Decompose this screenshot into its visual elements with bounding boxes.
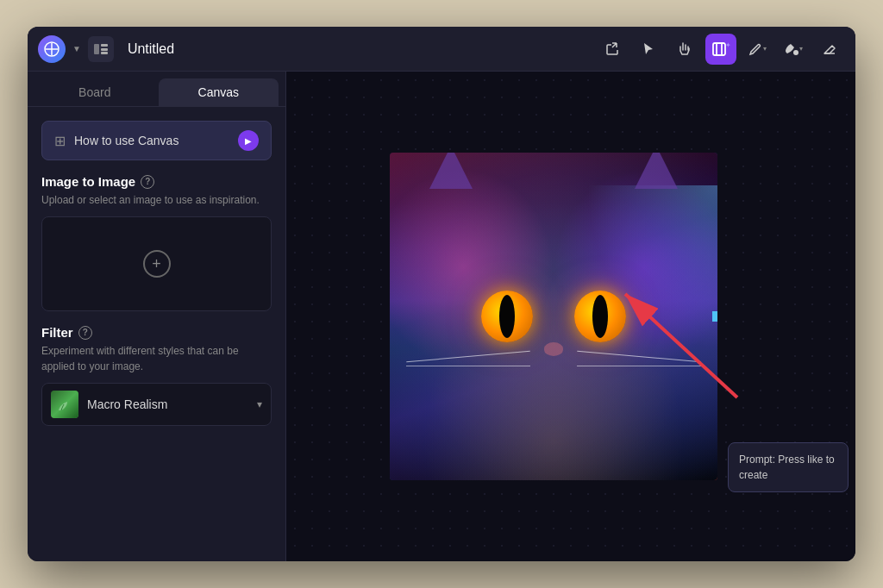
topbar-right: ✦ ▾ ▾: [597, 34, 845, 65]
filter-chevron-icon: ▾: [257, 398, 262, 410]
svg-rect-3: [94, 44, 99, 54]
topbar: ▼ Untitled: [28, 27, 855, 72]
filter-selected-label: Macro Realism: [87, 397, 248, 411]
filter-dropdown[interactable]: Macro Realism ▾: [41, 383, 272, 426]
frame-tool-button[interactable]: ✦: [705, 34, 736, 65]
how-to-canvas-button[interactable]: ⊞ How to use Canvas ▶: [41, 121, 272, 160]
filter-info[interactable]: ?: [78, 326, 92, 340]
image-to-image-desc: Upload or select an image to use as insp…: [41, 192, 272, 208]
filter-title: Filter ?: [41, 325, 272, 340]
image-to-image-section: Image to Image ? Upload or select an ima…: [41, 174, 272, 311]
app-logo[interactable]: [38, 35, 66, 63]
app-window: ▼ Untitled: [28, 27, 855, 561]
fill-tool-button[interactable]: ▾: [778, 34, 809, 65]
app-menu-chevron[interactable]: ▼: [72, 44, 81, 53]
sidebar-tabs: Board Canvas: [28, 72, 285, 107]
selection-handle: [712, 311, 717, 322]
image-to-image-title: Image to Image ?: [41, 174, 272, 189]
tab-canvas[interactable]: Canvas: [159, 78, 279, 106]
hand-tool-button[interactable]: [669, 34, 700, 65]
cat-eye-left: [481, 291, 533, 342]
panel-toggle-button[interactable]: [88, 36, 114, 62]
svg-rect-7: [713, 43, 725, 55]
upload-plus-icon: +: [143, 250, 171, 278]
prompt-tooltip: Prompt: Press like to create: [728, 442, 849, 492]
eraser-tool-button[interactable]: [814, 34, 845, 65]
book-icon: ⊞: [54, 133, 66, 149]
tab-board[interactable]: Board: [34, 78, 155, 106]
select-tool-button[interactable]: [633, 34, 664, 65]
filter-desc: Experiment with different styles that ca…: [41, 343, 272, 374]
topbar-left: ▼ Untitled: [38, 35, 174, 63]
svg-rect-5: [101, 48, 108, 51]
svg-rect-4: [101, 44, 108, 47]
draw-tool-button[interactable]: ▾: [742, 34, 773, 65]
cat-pupil-left: [499, 295, 515, 338]
main-content: Board Canvas ⊞ How to use Canvas ▶ Image…: [28, 72, 855, 561]
canvas-image: [390, 153, 717, 480]
svg-rect-6: [101, 52, 108, 54]
play-button[interactable]: ▶: [238, 130, 259, 151]
cat-eye-right: [574, 291, 626, 342]
share-button[interactable]: [597, 34, 628, 65]
image-to-image-info[interactable]: ?: [141, 175, 154, 189]
canvas-area[interactable]: Prompt: Press like to create: [286, 72, 855, 561]
file-name[interactable]: Untitled: [128, 41, 174, 57]
cat-pupil-right: [592, 295, 608, 338]
filter-section: Filter ? Experiment with different style…: [41, 325, 272, 426]
sidebar-content: ⊞ How to use Canvas ▶ Image to Image ? U…: [28, 107, 285, 440]
prompt-tooltip-text: Prompt: Press like to create: [739, 454, 835, 481]
cat-illustration: [390, 153, 717, 480]
svg-point-10: [793, 50, 798, 55]
image-upload-area[interactable]: +: [41, 216, 272, 311]
sidebar: Board Canvas ⊞ How to use Canvas ▶ Image…: [28, 72, 286, 561]
filter-thumbnail: [51, 391, 78, 418]
how-to-label: How to use Canvas: [74, 134, 229, 147]
